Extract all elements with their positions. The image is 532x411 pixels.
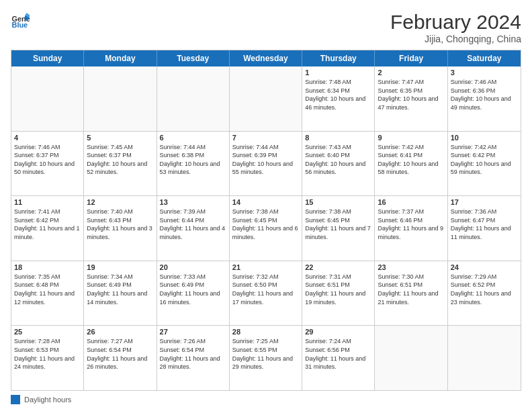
calendar-cell: 17Sunrise: 7:36 AM Sunset: 6:47 PM Dayli… — [448, 196, 521, 261]
cell-info: Sunrise: 7:47 AM Sunset: 6:35 PM Dayligh… — [378, 78, 444, 111]
calendar-cell: 9Sunrise: 7:42 AM Sunset: 6:41 PM Daylig… — [375, 132, 447, 196]
calendar-cell — [448, 326, 521, 390]
calendar-cell: 1Sunrise: 7:48 AM Sunset: 6:34 PM Daylig… — [302, 66, 375, 131]
logo: General Blue — [11, 11, 30, 30]
day-header-monday: Monday — [84, 50, 157, 66]
cell-info: Sunrise: 7:38 AM Sunset: 6:45 PM Dayligh… — [305, 208, 371, 241]
cell-info: Sunrise: 7:27 AM Sunset: 6:54 PM Dayligh… — [87, 337, 153, 371]
cell-date: 25 — [14, 328, 81, 336]
day-header-wednesday: Wednesday — [230, 50, 302, 66]
header: General Blue February 2024 Jijia, Chongq… — [11, 11, 521, 44]
cell-info: Sunrise: 7:34 AM Sunset: 6:49 PM Dayligh… — [87, 273, 153, 306]
cell-date: 7 — [232, 134, 299, 142]
cell-info: Sunrise: 7:42 AM Sunset: 6:42 PM Dayligh… — [451, 143, 518, 177]
cell-date: 26 — [87, 328, 153, 336]
calendar-row-2: 4Sunrise: 7:46 AM Sunset: 6:37 PM Daylig… — [11, 131, 521, 196]
cell-date: 5 — [87, 134, 153, 142]
cell-date: 2 — [378, 68, 444, 77]
calendar-cell: 20Sunrise: 7:33 AM Sunset: 6:49 PM Dayli… — [157, 261, 230, 326]
calendar-cell — [375, 326, 447, 390]
cell-info: Sunrise: 7:36 AM Sunset: 6:47 PM Dayligh… — [451, 208, 518, 241]
calendar-row-3: 11Sunrise: 7:41 AM Sunset: 6:42 PM Dayli… — [11, 195, 521, 261]
day-header-saturday: Saturday — [448, 50, 521, 66]
calendar-cell: 21Sunrise: 7:32 AM Sunset: 6:50 PM Dayli… — [230, 261, 302, 326]
cell-date: 12 — [87, 198, 153, 206]
cell-date: 16 — [378, 198, 444, 206]
calendar-cell: 15Sunrise: 7:38 AM Sunset: 6:45 PM Dayli… — [302, 196, 375, 261]
cell-info: Sunrise: 7:24 AM Sunset: 6:56 PM Dayligh… — [305, 337, 371, 371]
cell-date: 23 — [378, 263, 444, 271]
calendar-cell — [157, 66, 230, 131]
calendar-cell: 19Sunrise: 7:34 AM Sunset: 6:49 PM Dayli… — [84, 261, 157, 326]
cell-date: 19 — [87, 263, 153, 271]
calendar-cell: 7Sunrise: 7:44 AM Sunset: 6:39 PM Daylig… — [230, 132, 302, 196]
cell-date: 17 — [451, 198, 518, 206]
calendar-cell: 24Sunrise: 7:29 AM Sunset: 6:52 PM Dayli… — [448, 261, 521, 326]
cell-info: Sunrise: 7:37 AM Sunset: 6:46 PM Dayligh… — [378, 208, 444, 241]
footer: Daylight hours — [11, 395, 521, 404]
cell-info: Sunrise: 7:44 AM Sunset: 6:38 PM Dayligh… — [160, 143, 226, 177]
cell-info: Sunrise: 7:35 AM Sunset: 6:48 PM Dayligh… — [14, 273, 81, 306]
calendar-cell: 29Sunrise: 7:24 AM Sunset: 6:56 PM Dayli… — [302, 326, 375, 390]
cell-info: Sunrise: 7:40 AM Sunset: 6:43 PM Dayligh… — [87, 208, 153, 241]
cell-info: Sunrise: 7:32 AM Sunset: 6:50 PM Dayligh… — [232, 273, 299, 306]
title-block: February 2024 Jijia, Chongqing, China — [390, 11, 521, 44]
calendar-cell: 26Sunrise: 7:27 AM Sunset: 6:54 PM Dayli… — [84, 326, 157, 390]
cell-date: 15 — [305, 198, 371, 206]
location: Jijia, Chongqing, China — [390, 34, 521, 44]
cell-date: 11 — [14, 198, 81, 206]
cell-date: 1 — [305, 68, 371, 77]
cell-date: 20 — [160, 263, 226, 271]
calendar: SundayMondayTuesdayWednesdayThursdayFrid… — [11, 50, 521, 391]
cell-info: Sunrise: 7:43 AM Sunset: 6:40 PM Dayligh… — [305, 143, 371, 177]
calendar-body: 1Sunrise: 7:48 AM Sunset: 6:34 PM Daylig… — [11, 66, 521, 390]
cell-date: 24 — [451, 263, 518, 271]
cell-info: Sunrise: 7:38 AM Sunset: 6:45 PM Dayligh… — [232, 208, 299, 241]
cell-date: 21 — [232, 263, 299, 271]
cell-date: 27 — [160, 328, 226, 336]
cell-date: 4 — [14, 134, 81, 142]
calendar-cell: 10Sunrise: 7:42 AM Sunset: 6:42 PM Dayli… — [448, 132, 521, 196]
calendar-cell: 22Sunrise: 7:31 AM Sunset: 6:51 PM Dayli… — [302, 261, 375, 326]
svg-text:Blue: Blue — [12, 21, 28, 29]
cell-date: 3 — [451, 68, 518, 77]
cell-info: Sunrise: 7:29 AM Sunset: 6:52 PM Dayligh… — [451, 273, 518, 306]
calendar-cell: 8Sunrise: 7:43 AM Sunset: 6:40 PM Daylig… — [302, 132, 375, 196]
footer-label: Daylight hours — [24, 396, 71, 404]
calendar-cell: 4Sunrise: 7:46 AM Sunset: 6:37 PM Daylig… — [11, 132, 84, 196]
cell-info: Sunrise: 7:42 AM Sunset: 6:41 PM Dayligh… — [378, 143, 444, 177]
calendar-cell: 14Sunrise: 7:38 AM Sunset: 6:45 PM Dayli… — [230, 196, 302, 261]
calendar-cell: 16Sunrise: 7:37 AM Sunset: 6:46 PM Dayli… — [375, 196, 447, 261]
cell-info: Sunrise: 7:25 AM Sunset: 6:55 PM Dayligh… — [232, 337, 299, 371]
cell-info: Sunrise: 7:39 AM Sunset: 6:44 PM Dayligh… — [160, 208, 226, 241]
cell-info: Sunrise: 7:41 AM Sunset: 6:42 PM Dayligh… — [14, 208, 81, 241]
calendar-cell: 12Sunrise: 7:40 AM Sunset: 6:43 PM Dayli… — [84, 196, 157, 261]
cell-date: 29 — [305, 328, 371, 336]
cell-date: 10 — [451, 134, 518, 142]
calendar-cell: 2Sunrise: 7:47 AM Sunset: 6:35 PM Daylig… — [375, 66, 447, 131]
calendar-header: SundayMondayTuesdayWednesdayThursdayFrid… — [11, 50, 521, 66]
calendar-cell: 11Sunrise: 7:41 AM Sunset: 6:42 PM Dayli… — [11, 196, 84, 261]
calendar-cell: 13Sunrise: 7:39 AM Sunset: 6:44 PM Dayli… — [157, 196, 230, 261]
cell-info: Sunrise: 7:30 AM Sunset: 6:51 PM Dayligh… — [378, 273, 444, 306]
cell-date: 6 — [160, 134, 226, 142]
cell-info: Sunrise: 7:33 AM Sunset: 6:49 PM Dayligh… — [160, 273, 226, 306]
cell-info: Sunrise: 7:28 AM Sunset: 6:53 PM Dayligh… — [14, 337, 81, 371]
daylight-box — [11, 395, 20, 404]
cell-info: Sunrise: 7:46 AM Sunset: 6:37 PM Dayligh… — [14, 143, 81, 177]
calendar-cell: 28Sunrise: 7:25 AM Sunset: 6:55 PM Dayli… — [230, 326, 302, 390]
month-year: February 2024 — [390, 11, 521, 34]
calendar-cell — [84, 66, 157, 131]
calendar-cell — [11, 66, 84, 131]
day-header-sunday: Sunday — [11, 50, 84, 66]
cell-info: Sunrise: 7:26 AM Sunset: 6:54 PM Dayligh… — [160, 337, 226, 371]
cell-info: Sunrise: 7:31 AM Sunset: 6:51 PM Dayligh… — [305, 273, 371, 306]
cell-date: 9 — [378, 134, 444, 142]
day-header-thursday: Thursday — [302, 50, 375, 66]
calendar-row-4: 18Sunrise: 7:35 AM Sunset: 6:48 PM Dayli… — [11, 261, 521, 326]
cell-date: 8 — [305, 134, 371, 142]
cell-date: 14 — [232, 198, 299, 206]
cell-info: Sunrise: 7:48 AM Sunset: 6:34 PM Dayligh… — [305, 78, 371, 111]
cell-date: 28 — [232, 328, 299, 336]
cell-info: Sunrise: 7:46 AM Sunset: 6:36 PM Dayligh… — [451, 78, 518, 111]
